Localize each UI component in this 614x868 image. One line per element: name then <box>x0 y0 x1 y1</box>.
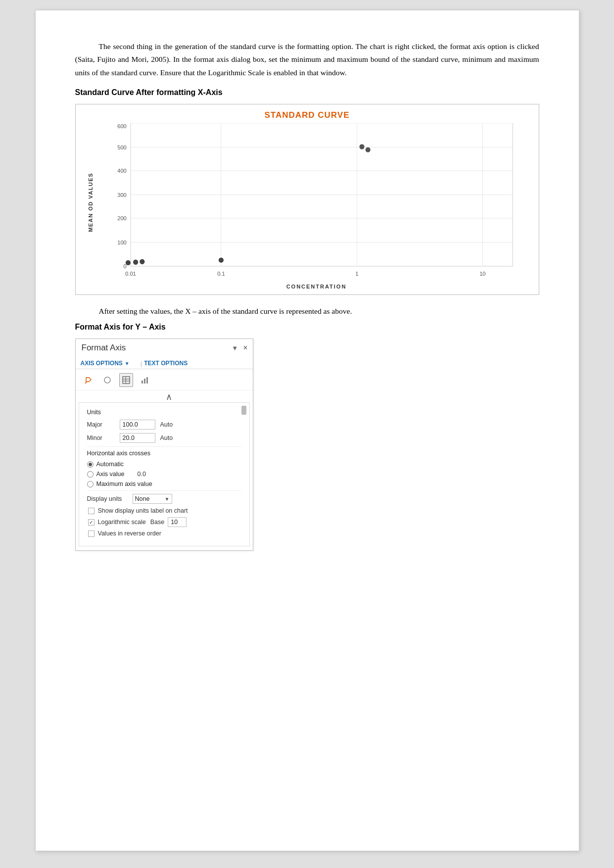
values-reverse-label: Values in reverse order <box>98 530 161 537</box>
data-point <box>133 260 138 265</box>
svg-text:10: 10 <box>479 271 485 277</box>
svg-text:0.1: 0.1 <box>217 271 225 277</box>
format-axis-panel: Format Axis ▼ × AXIS OPTIONS ▼ | TEXT OP… <box>75 338 253 551</box>
format-axis-section-heading: Format Axis for Y – Axis <box>75 323 539 332</box>
major-row: Major Auto <box>87 420 241 430</box>
radio-axis-value-label: Axis value <box>96 471 125 478</box>
scroll-indicator[interactable] <box>241 406 246 415</box>
divider-2 <box>87 490 241 491</box>
format-axis-title: Format Axis <box>82 343 126 353</box>
svg-line-24 <box>85 383 86 384</box>
values-reverse-checkbox[interactable] <box>88 530 94 537</box>
show-display-units-label: Show display units label on chart <box>98 507 188 514</box>
svg-text:400: 400 <box>117 168 127 174</box>
y-axis-label-container: MEAN OD VALUES <box>82 123 99 282</box>
svg-text:300: 300 <box>117 192 127 198</box>
display-units-select[interactable]: None ▼ <box>133 494 172 504</box>
format-axis-tabs: AXIS OPTIONS ▼ | TEXT OPTIONS <box>76 356 253 369</box>
minor-auto-label: Auto <box>160 434 173 441</box>
radio-axis-value-row: Axis value 0.0 <box>87 471 241 478</box>
radio-maximum-axis-value[interactable] <box>87 481 94 487</box>
display-units-value: None <box>135 495 150 502</box>
logarithmic-scale-label: Logarithmic scale <box>98 519 146 526</box>
axis-options-dropdown-arrow: ▼ <box>125 361 130 366</box>
major-value-input[interactable] <box>120 420 155 430</box>
svg-text:600: 600 <box>117 123 127 129</box>
units-section-title: Units <box>87 409 241 416</box>
svg-text:200: 200 <box>117 215 127 221</box>
radio-automatic[interactable] <box>87 461 94 468</box>
svg-text:1: 1 <box>355 271 358 277</box>
format-axis-icons-row <box>76 369 253 390</box>
data-point <box>125 260 130 265</box>
format-axis-titlebar: Format Axis ▼ × <box>76 339 253 356</box>
tab-text-options-label: TEXT OPTIONS <box>144 360 188 367</box>
display-units-label: Display units <box>87 495 130 502</box>
chart-svg: 0 100 200 300 400 500 600 0.01 0.1 1 10 <box>100 123 533 282</box>
tab-axis-options-label: AXIS OPTIONS <box>81 360 123 367</box>
logarithmic-scale-row: Logarithmic scale Base <box>87 517 241 527</box>
major-label: Major <box>87 421 117 428</box>
show-display-units-row: Show display units label on chart <box>87 507 241 514</box>
minor-label: Minor <box>87 434 117 441</box>
logarithmic-scale-checkbox[interactable] <box>88 519 94 526</box>
svg-marker-23 <box>86 378 91 383</box>
data-point <box>359 144 364 149</box>
page: The second thing in the generation of th… <box>35 10 579 851</box>
tab-text-options[interactable]: TEXT OPTIONS <box>144 358 191 369</box>
minor-row: Minor Auto <box>87 433 241 443</box>
svg-text:100: 100 <box>117 240 127 245</box>
pentagon-icon[interactable] <box>100 373 114 387</box>
y-axis-label: MEAN OD VALUES <box>88 173 94 232</box>
svg-rect-31 <box>144 379 145 384</box>
log-base-input[interactable] <box>168 517 187 527</box>
data-point <box>218 258 223 263</box>
bar-chart-icon[interactable] <box>138 373 152 387</box>
scroll-caret-up: ∧ <box>76 390 253 402</box>
format-axis-content: Units Major Auto Minor Auto Horizontal a… <box>79 402 250 546</box>
log-base-label: Base <box>150 519 165 526</box>
chart-section-heading: Standard Curve After formatting X-Axis <box>75 88 539 97</box>
radio-maximum-row: Maximum axis value <box>87 481 241 487</box>
chart-title: STANDARD CURVE <box>82 110 533 120</box>
divider-1 <box>87 446 241 447</box>
radio-maximum-axis-value-label: Maximum axis value <box>96 481 152 487</box>
svg-rect-32 <box>146 377 148 384</box>
after-chart-text: After setting the values, the X – axis o… <box>75 305 539 318</box>
values-reverse-row: Values in reverse order <box>87 530 241 537</box>
svg-rect-30 <box>142 381 143 384</box>
paint-bucket-icon[interactable] <box>82 373 95 387</box>
svg-text:500: 500 <box>117 145 127 150</box>
close-icon[interactable]: × <box>243 343 247 352</box>
chart-container: STANDARD CURVE MEAN OD VALUES <box>75 104 539 295</box>
radio-axis-value-num: 0.0 <box>137 471 145 478</box>
dropdown-icon[interactable]: ▼ <box>232 344 238 352</box>
data-point <box>140 259 144 264</box>
display-units-dropdown-arrow: ▼ <box>165 496 170 502</box>
svg-text:0.01: 0.01 <box>125 271 136 277</box>
show-display-units-checkbox[interactable] <box>88 508 94 514</box>
format-axis-close-controls: ▼ × <box>232 343 247 352</box>
svg-rect-26 <box>123 377 130 384</box>
display-units-row: Display units None ▼ <box>87 494 241 504</box>
minor-value-input[interactable] <box>120 433 155 443</box>
tab-axis-options[interactable]: AXIS OPTIONS ▼ <box>81 358 134 369</box>
radio-axis-value[interactable] <box>87 471 94 478</box>
body-paragraph: The second thing in the generation of th… <box>75 40 539 79</box>
radio-automatic-row: Automatic <box>87 461 241 468</box>
major-auto-label: Auto <box>160 421 173 428</box>
table-icon[interactable] <box>119 373 133 387</box>
horizontal-axis-crosses-title: Horizontal axis crosses <box>87 450 241 457</box>
radio-automatic-label: Automatic <box>96 461 124 468</box>
data-point <box>365 147 370 152</box>
chart-area: MEAN OD VALUES <box>82 123 533 282</box>
svg-point-25 <box>104 377 110 383</box>
x-axis-label: CONCENTRATION <box>100 282 533 294</box>
chart-svg-element: 0 100 200 300 400 500 600 0.01 0.1 1 10 <box>100 123 533 282</box>
